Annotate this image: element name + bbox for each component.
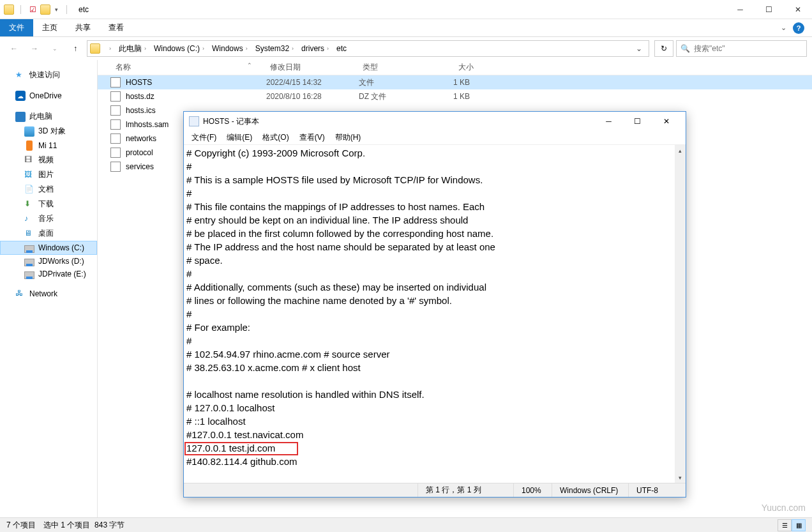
file-icon: [110, 105, 121, 116]
notepad-scrollbar[interactable]: ▴ ▾: [675, 145, 686, 483]
forward-button[interactable]: →: [26, 41, 43, 56]
ribbon: 文件 主页 共享 查看 ⌄ ?: [0, 19, 812, 37]
sidebar-3d[interactable]: 3D 对象: [0, 124, 97, 139]
sidebar-desktop[interactable]: 🖥桌面: [0, 226, 97, 241]
sidebar-jdworks[interactable]: JDWorks (D:): [0, 255, 97, 268]
sidebar-network[interactable]: 🖧Network: [0, 287, 97, 301]
check-icon[interactable]: ☑: [27, 4, 38, 15]
sidebar-video[interactable]: 🎞视频: [0, 153, 97, 167]
sidebar-music[interactable]: ♪音乐: [0, 211, 97, 226]
notepad-text[interactable]: # Copyright (c) 1993-2009 Microsoft Corp…: [184, 145, 686, 483]
file-size: 1 KB: [427, 92, 475, 101]
crumb-root[interactable]: ›: [103, 41, 115, 56]
view-details-button[interactable]: ☰: [778, 519, 792, 531]
help-icon[interactable]: ?: [793, 22, 804, 34]
sidebar-pictures[interactable]: 🖼图片: [0, 167, 97, 182]
explorer-titlebar: ☑ ▾ etc ─ ☐ ✕: [0, 0, 812, 19]
col-size[interactable]: 大小: [431, 62, 479, 73]
back-button[interactable]: ←: [5, 41, 23, 56]
crumb-drivers[interactable]: drivers›: [297, 41, 333, 56]
notepad-menu: 文件(F) 编辑(E) 格式(O) 查看(V) 帮助(H): [184, 131, 686, 145]
np-status-zoom: 100%: [513, 483, 552, 497]
file-row[interactable]: HOSTS2022/4/15 14:32文件1 KB: [98, 75, 812, 89]
file-icon: [110, 119, 121, 130]
tab-home[interactable]: 主页: [33, 19, 66, 36]
status-selected: 选中 1 个项目 843 字节: [43, 520, 124, 531]
sidebar-thispc[interactable]: 此电脑: [0, 109, 97, 124]
sidebar-documents[interactable]: 📄文档: [0, 182, 97, 197]
file-icon: [110, 133, 121, 144]
crumb-c[interactable]: Windows (C:)›: [150, 41, 208, 56]
folder-icon-2[interactable]: [40, 4, 50, 15]
np-minimize-button[interactable]: ─: [594, 112, 623, 130]
crumb-etc[interactable]: etc: [333, 41, 350, 56]
sidebar-downloads[interactable]: ⬇下载: [0, 197, 97, 211]
file-name: protocol: [126, 148, 153, 157]
np-close-button[interactable]: ✕: [652, 112, 680, 130]
menu-help[interactable]: 帮助(H): [330, 132, 366, 143]
scroll-up-icon[interactable]: ▴: [675, 145, 686, 156]
desktop-icon: 🖥: [24, 229, 34, 239]
col-name[interactable]: 名称⌃: [110, 62, 265, 73]
search-icon: 🔍: [680, 44, 690, 53]
file-date: 2022/4/15 14:32: [261, 78, 354, 87]
minimize-button[interactable]: ─: [726, 0, 755, 19]
refresh-button[interactable]: ↻: [654, 40, 673, 57]
menu-file[interactable]: 文件(F): [186, 132, 222, 143]
file-type: DZ 文件: [354, 91, 427, 102]
sidebar-windows-c[interactable]: Windows (C:): [0, 241, 97, 255]
onedrive-icon: ☁: [15, 91, 26, 101]
notepad-icon: [189, 116, 199, 126]
file-size: 1 KB: [427, 78, 475, 87]
folder-icon: [4, 4, 14, 15]
drive-icon: [24, 271, 34, 279]
chevron-down-icon[interactable]: ⌄: [781, 24, 786, 32]
explorer-statusbar: 7 个项目 选中 1 个项目 843 字节 ☰ ▦: [0, 517, 812, 532]
notepad-body: # Copyright (c) 1993-2009 Microsoft Corp…: [184, 145, 686, 483]
qat-dropdown-icon[interactable]: ▾: [53, 6, 60, 13]
menu-format[interactable]: 格式(O): [257, 132, 294, 143]
drive-icon: [24, 245, 34, 253]
addr-folder-icon: [90, 43, 100, 54]
np-status-pos: 第 1 行，第 1 列: [417, 483, 513, 497]
col-date[interactable]: 修改日期: [265, 62, 357, 73]
star-icon: ★: [15, 70, 26, 80]
crumb-system32[interactable]: System32›: [252, 41, 297, 56]
video-icon: 🎞: [24, 155, 34, 165]
np-maximize-button[interactable]: ☐: [623, 112, 652, 130]
drive-icon: [24, 259, 34, 266]
col-type[interactable]: 类型: [357, 62, 431, 73]
up-button[interactable]: ↑: [66, 41, 84, 56]
view-icons-button[interactable]: ▦: [792, 519, 806, 531]
notepad-titlebar[interactable]: HOSTS - 记事本 ─ ☐ ✕: [184, 112, 686, 131]
file-row[interactable]: hosts.dz2020/8/10 16:28DZ 文件1 KB: [98, 89, 812, 103]
tab-share[interactable]: 共享: [66, 19, 100, 36]
tab-file[interactable]: 文件: [0, 19, 33, 36]
file-name: hosts.dz: [126, 92, 154, 101]
addr-history-dropdown[interactable]: ⌄: [632, 44, 646, 53]
address-bar[interactable]: › 此电脑› Windows (C:)› Windows› System32› …: [87, 40, 649, 57]
np-status-enc: UTF-8: [628, 483, 686, 497]
window-title: etc: [75, 5, 89, 14]
menu-edit[interactable]: 编辑(E): [222, 132, 257, 143]
file-name: HOSTS: [126, 78, 152, 87]
tab-view[interactable]: 查看: [100, 19, 133, 36]
search-placeholder: 搜索"etc": [694, 43, 725, 54]
network-icon: 🖧: [15, 289, 26, 299]
3d-icon: [24, 126, 34, 137]
maximize-button[interactable]: ☐: [755, 0, 783, 19]
sidebar-jdprivate[interactable]: JDPrivate (E:): [0, 268, 97, 280]
file-date: 2020/8/10 16:28: [261, 92, 354, 101]
menu-view[interactable]: 查看(V): [294, 132, 330, 143]
scroll-down-icon[interactable]: ▾: [675, 472, 686, 483]
sidebar-onedrive[interactable]: ☁OneDrive: [0, 89, 97, 103]
close-button[interactable]: ✕: [783, 0, 812, 19]
sidebar-quick-access[interactable]: ★快速访问: [0, 68, 97, 82]
recent-dropdown[interactable]: ⌄: [46, 41, 64, 56]
search-input[interactable]: 🔍 搜索"etc": [676, 40, 807, 57]
crumb-thispc[interactable]: 此电脑›: [115, 41, 150, 56]
crumb-windows[interactable]: Windows›: [208, 41, 252, 56]
sidebar-mi11[interactable]: Mi 11: [0, 139, 97, 153]
navbar: ← → ⌄ ↑ › 此电脑› Windows (C:)› Windows› Sy…: [0, 37, 812, 60]
file-name: networks: [126, 134, 156, 143]
